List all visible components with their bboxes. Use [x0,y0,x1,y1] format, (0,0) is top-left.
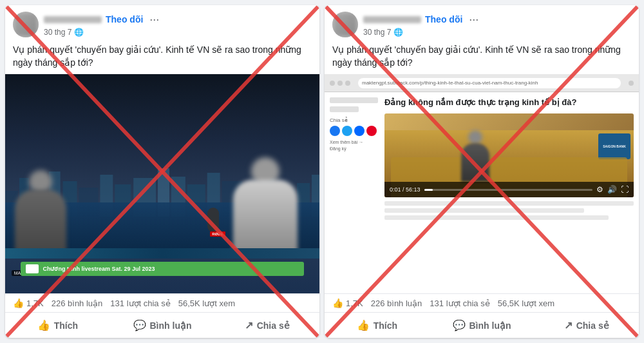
like-count-left: 👍 1,7K [13,298,44,308]
share-label-right: Chia sẻ [576,320,609,331]
user-name-right [363,16,421,23]
like-button-left[interactable]: 👍 Thích [5,314,110,337]
like-emoji-right: 👍 [332,298,343,308]
like-emoji-left: 👍 [13,298,24,308]
post-header-right: Theo dõi ··· 30 thg 7 🌐 [325,5,639,41]
fullscreen-icon[interactable]: ⛶ [621,185,629,194]
globe-icon-right: 🌐 [393,28,403,37]
header-info-left: Theo dõi ··· 30 thg 7 🌐 [44,13,312,37]
url-text: maktengpt.substack.com/p/thing-kinh-te-t… [362,80,538,86]
post-image-left: RØDE MASME TV Chương trình livestream Sa… [5,74,319,293]
post-image-right: maktengpt.substack.com/p/thing-kinh-te-t… [325,74,639,293]
post-meta-right: 30 thg 7 🌐 [363,28,631,37]
comment-icon-left: 💬 [133,319,146,331]
post-actions-right: 👍 Thích 💬 Bình luận ↗ Chia sẻ [325,312,639,338]
like-count-right: 👍 1,7K [332,298,363,308]
share-button-right[interactable]: ↗ Chia sẻ [534,314,639,337]
volume-icon[interactable]: 🔊 [607,185,617,194]
like-icon-left: 👍 [37,319,50,331]
follow-button-right[interactable]: Theo dõi [425,14,462,24]
post-actions-left: 👍 Thích 💬 Bình luận ↗ Chia sẻ [5,312,319,338]
progress-fill [424,189,433,191]
likes-left: 1,7K [26,299,44,308]
like-label-right: Thích [374,320,397,331]
globe-icon-left: 🌐 [74,28,84,37]
avatar-right [332,12,358,37]
stream-label-text: Chương trình livestream Sat. 29 Jul 2023 [43,266,155,272]
comments-right: 226 bình luận [371,299,422,308]
browser-chrome: maktengpt.substack.com/p/thing-kinh-te-t… [325,74,639,92]
article-sidebar: Chia sẻ Xem thêm bài → Đăng ký [330,97,378,288]
post-stats-left: 👍 1,7K 226 bình luận 131 lượt chia sẻ 56… [5,293,319,312]
stream-logo [26,264,39,273]
post-card-right: Theo dõi ··· 30 thg 7 🌐 Vụ phán quyết 'c… [325,5,639,338]
comment-button-left[interactable]: 💬 Bình luận [110,314,215,337]
article-video-thumb: SAIGON BANK 0:01 / 56:13 [384,113,634,197]
comment-icon-right: 💬 [453,319,466,331]
post-text-right: Vụ phán quyết 'chuyến bay giải cứu'. Kin… [325,41,639,74]
comment-button-right[interactable]: 💬 Bình luận [430,314,535,337]
comments-left: 226 bình luận [52,299,103,308]
article-main: Đảng không nắm được thực trạng kinh tế b… [384,97,634,288]
settings-icon[interactable]: ⚙ [596,185,603,194]
likes-right: 1,7K [346,299,363,308]
post-date-left: 30 thg 7 [44,28,71,37]
shares-left: 131 lượt chia sẻ [110,299,170,308]
shares-right: 131 lượt chia sẻ [430,299,489,308]
share-label-left: Chia sẻ [257,320,290,331]
post-date-right: 30 thg 7 [363,28,391,37]
user-name-left [44,16,102,23]
more-button-right[interactable]: ··· [466,13,481,26]
views-left: 56,5K lượt xem [178,299,235,308]
time-display: 0:01 / 56:13 [390,186,421,193]
share-icon-left: ↗ [245,319,253,331]
post-meta-left: 30 thg 7 🌐 [44,28,312,37]
like-button-right[interactable]: 👍 Thích [325,314,430,337]
stream-label-bar: Chương trình livestream Sat. 29 Jul 2023 [21,262,303,276]
name-row-right: Theo dõi ··· [363,13,631,26]
comment-label-right: Bình luận [469,320,511,331]
views-right: 56,5K lượt xem [498,299,554,308]
post-stats-right: 👍 1,7K 226 bình luận 131 lượt chia sẻ 56… [325,293,639,312]
more-button-left[interactable]: ··· [147,13,162,26]
follow-button-left[interactable]: Theo dõi [106,14,143,24]
progress-bar [424,189,592,191]
video-controls: 0:01 / 56:13 ⚙ 🔊 ⛶ [384,182,634,197]
browser-url-bar: maktengpt.substack.com/p/thing-kinh-te-t… [358,78,621,88]
header-info-right: Theo dõi ··· 30 thg 7 🌐 [363,13,631,37]
share-icon-right: ↗ [564,319,573,331]
name-row-left: Theo dõi ··· [44,13,312,26]
like-icon-right: 👍 [357,319,370,331]
comment-label-left: Bình luận [150,320,192,331]
share-button-left[interactable]: ↗ Chia sẻ [214,314,319,337]
like-label-left: Thích [54,320,78,331]
post-text-left: Vụ phán quyết 'chuyến bay giải cứu'. Kin… [5,41,319,74]
avatar-left [13,12,39,37]
post-header-left: Theo dõi ··· 30 thg 7 🌐 [5,5,319,41]
post-card-left: Theo dõi ··· 30 thg 7 🌐 Vụ phán quyết 'c… [5,5,319,338]
article-title: Đảng không nắm được thực trạng kinh tế b… [384,97,634,108]
